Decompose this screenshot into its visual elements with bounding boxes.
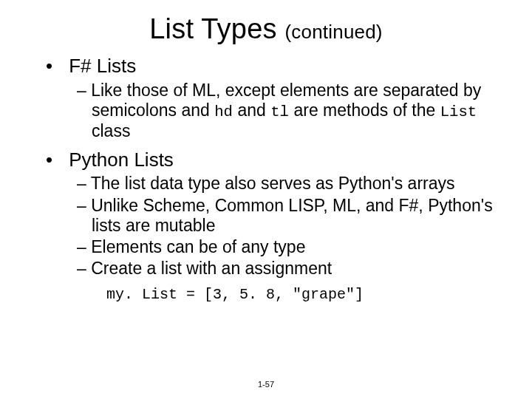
sub-item: Unlike Scheme, Common LISP, ML, and F#, … — [77, 196, 497, 236]
slide-title: List Types (continued) — [0, 13, 532, 45]
title-main: List Types — [149, 13, 276, 44]
sub-list: The list data type also serves as Python… — [47, 174, 497, 279]
sub-item: The list data type also serves as Python… — [77, 174, 497, 194]
bullet-item: Python Lists The list data type also ser… — [47, 149, 497, 279]
code-example: my. List = [3, 5. 8, "grape"] — [106, 286, 497, 303]
sub-item: Create a list with an assignment — [77, 259, 497, 279]
bullet-label: F# Lists — [69, 55, 136, 77]
sub-item: Elements can be of any type — [77, 237, 497, 257]
bullet-label: Python Lists — [69, 149, 174, 171]
bullet-list: F# Lists Like those of ML, except elemen… — [47, 55, 497, 279]
title-sub: (continued) — [284, 21, 382, 43]
sub-list: Like those of ML, except elements are se… — [47, 81, 497, 142]
sub-item: Like those of ML, except elements are se… — [77, 81, 497, 142]
bullet-item: F# Lists Like those of ML, except elemen… — [47, 55, 497, 142]
slide-content: F# Lists Like those of ML, except elemen… — [0, 55, 532, 303]
slide-number: 1-57 — [0, 380, 532, 389]
